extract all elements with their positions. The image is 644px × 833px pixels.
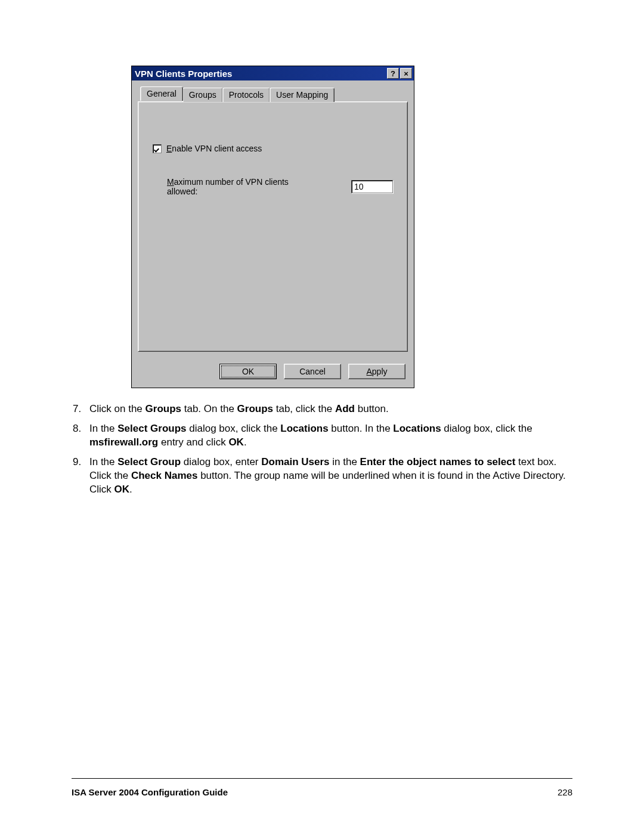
vpn-clients-properties-dialog: VPN Clients Properties ? × General Group… (131, 66, 414, 388)
label-rest: pply (372, 367, 388, 376)
tab-general[interactable]: General (140, 86, 183, 101)
tab-groups[interactable]: Groups (182, 88, 223, 102)
tab-strip: General Groups Protocols User Mapping (140, 88, 408, 102)
max-clients-input[interactable] (351, 180, 393, 193)
step-text: In the Select Groups dialog box, click t… (89, 422, 572, 450)
button-label: Apply (366, 367, 387, 376)
titlebar-text: VPN Clients Properties (134, 69, 232, 79)
tab-body-general: Enable VPN client access Maximum number … (138, 101, 408, 352)
page: VPN Clients Properties ? × General Group… (0, 0, 644, 833)
content: VPN Clients Properties ? × General Group… (72, 66, 572, 772)
dialog-button-row: OK Cancel Apply (132, 358, 414, 388)
step-9: 9. In the Select Group dialog box, enter… (73, 456, 572, 497)
cancel-button[interactable]: Cancel (284, 364, 341, 379)
step-text: In the Select Group dialog box, enter Do… (89, 456, 572, 497)
tab-user-mapping[interactable]: User Mapping (270, 88, 335, 102)
page-footer: ISA Server 2004 Configuration Guide 228 (72, 778, 572, 797)
enable-vpn-label: Enable VPN client access (166, 144, 262, 153)
footer-title: ISA Server 2004 Configuration Guide (72, 787, 228, 797)
tab-label: Protocols (229, 90, 264, 100)
check-icon (154, 146, 160, 151)
tab-panel: General Groups Protocols User Mapping En… (132, 80, 414, 358)
tab-label: General (147, 89, 177, 98)
step-number: 8. (73, 422, 89, 450)
max-clients-row: Maximum number of VPN clients allowed: (167, 177, 393, 196)
help-button[interactable]: ? (387, 68, 399, 79)
ok-button[interactable]: OK (219, 364, 277, 379)
button-label: OK (242, 367, 254, 376)
max-clients-label: Maximum number of VPN clients allowed: (167, 177, 315, 196)
label-rest: aximum number of VPN clients allowed: (167, 177, 289, 196)
enable-vpn-checkbox[interactable] (153, 144, 162, 153)
mnemonic: M (167, 177, 174, 187)
dialog-wrapper: VPN Clients Properties ? × General Group… (72, 66, 572, 388)
button-label: Cancel (299, 367, 326, 376)
titlebar: VPN Clients Properties ? × (132, 66, 414, 80)
step-8: 8. In the Select Groups dialog box, clic… (73, 422, 572, 450)
step-number: 9. (73, 456, 89, 497)
tab-protocols[interactable]: Protocols (222, 88, 270, 102)
step-text: Click on the Groups tab. On the Groups t… (89, 402, 389, 416)
titlebar-buttons: ? × (387, 68, 412, 79)
instruction-list: 7. Click on the Groups tab. On the Group… (72, 402, 572, 497)
close-button[interactable]: × (400, 68, 412, 79)
close-icon: × (404, 70, 408, 78)
page-number: 228 (558, 787, 572, 797)
tab-label: User Mapping (276, 90, 328, 100)
help-icon: ? (391, 70, 395, 78)
mnemonic: A (366, 367, 371, 376)
step-7: 7. Click on the Groups tab. On the Group… (73, 402, 572, 416)
mnemonic: E (166, 144, 172, 153)
enable-vpn-row: Enable VPN client access (153, 144, 393, 153)
tab-label: Groups (189, 90, 216, 100)
step-number: 7. (73, 402, 89, 416)
apply-button[interactable]: Apply (348, 364, 405, 379)
label-rest: nable VPN client access (172, 144, 262, 153)
